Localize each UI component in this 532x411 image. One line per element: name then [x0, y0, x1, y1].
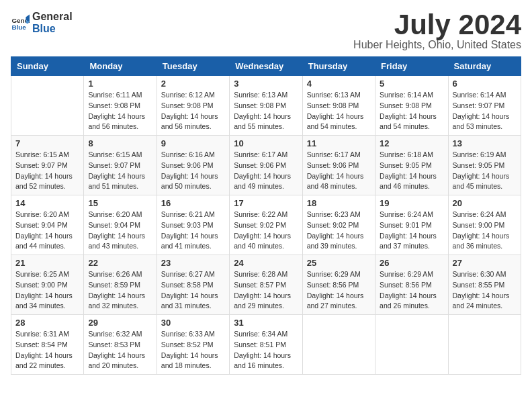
- calendar-cell: [448, 315, 521, 375]
- calendar-table: SundayMondayTuesdayWednesdayThursdayFrid…: [11, 56, 521, 375]
- day-info: Sunrise: 6:19 AMSunset: 9:05 PMDaylight:…: [453, 150, 517, 192]
- calendar-cell: 24Sunrise: 6:28 AMSunset: 8:57 PMDayligh…: [230, 255, 302, 315]
- header: General Blue General Blue July 2024 Hube…: [11, 11, 521, 51]
- day-info: Sunrise: 6:34 AMSunset: 8:51 PMDaylight:…: [234, 329, 298, 371]
- day-info: Sunrise: 6:30 AMSunset: 8:55 PMDaylight:…: [453, 269, 517, 312]
- day-number: 2: [161, 79, 225, 89]
- day-number: 18: [307, 198, 371, 208]
- day-info: Sunrise: 6:27 AMSunset: 8:58 PMDaylight:…: [161, 269, 225, 312]
- logo-icon: General Blue: [11, 13, 30, 32]
- day-number: 5: [380, 79, 443, 89]
- day-number: 10: [234, 138, 298, 148]
- calendar-cell: 29Sunrise: 6:32 AMSunset: 8:53 PMDayligh…: [84, 315, 157, 375]
- weekday-header-wednesday: Wednesday: [230, 57, 302, 76]
- day-info: Sunrise: 6:25 AMSunset: 9:00 PMDaylight:…: [15, 269, 79, 312]
- day-number: 12: [380, 138, 443, 148]
- calendar-cell: 2Sunrise: 6:12 AMSunset: 9:08 PMDaylight…: [157, 76, 229, 136]
- calendar-cell: 23Sunrise: 6:27 AMSunset: 8:58 PMDayligh…: [157, 255, 229, 315]
- day-info: Sunrise: 6:23 AMSunset: 9:02 PMDaylight:…: [307, 210, 371, 252]
- day-info: Sunrise: 6:17 AMSunset: 9:06 PMDaylight:…: [234, 150, 298, 192]
- day-info: Sunrise: 6:26 AMSunset: 8:59 PMDaylight:…: [88, 269, 152, 312]
- title-section: July 2024 Huber Heights, Ohio, United St…: [353, 11, 521, 51]
- day-info: Sunrise: 6:18 AMSunset: 9:05 PMDaylight:…: [380, 150, 443, 192]
- calendar-cell: 15Sunrise: 6:20 AMSunset: 9:04 PMDayligh…: [84, 195, 157, 255]
- weekday-header-thursday: Thursday: [302, 57, 375, 76]
- day-info: Sunrise: 6:15 AMSunset: 9:07 PMDaylight:…: [88, 150, 152, 192]
- weekday-header-monday: Monday: [84, 57, 157, 76]
- weekday-header-sunday: Sunday: [11, 57, 84, 76]
- day-number: 21: [15, 258, 79, 268]
- calendar-cell: 26Sunrise: 6:29 AMSunset: 8:56 PMDayligh…: [375, 255, 448, 315]
- day-info: Sunrise: 6:28 AMSunset: 8:57 PMDaylight:…: [234, 269, 298, 312]
- calendar-cell: 28Sunrise: 6:31 AMSunset: 8:54 PMDayligh…: [11, 315, 84, 375]
- day-info: Sunrise: 6:13 AMSunset: 9:08 PMDaylight:…: [307, 90, 371, 132]
- calendar-cell: 18Sunrise: 6:23 AMSunset: 9:02 PMDayligh…: [302, 195, 375, 255]
- weekday-header-tuesday: Tuesday: [157, 57, 229, 76]
- day-number: 7: [15, 138, 79, 148]
- location-subtitle: Huber Heights, Ohio, United States: [353, 39, 521, 51]
- logo-blue-text: Blue: [32, 23, 73, 35]
- calendar-cell: 11Sunrise: 6:17 AMSunset: 9:06 PMDayligh…: [302, 136, 375, 195]
- calendar-week-row: 14Sunrise: 6:20 AMSunset: 9:04 PMDayligh…: [11, 195, 521, 255]
- day-info: Sunrise: 6:17 AMSunset: 9:06 PMDaylight:…: [307, 150, 371, 192]
- day-info: Sunrise: 6:29 AMSunset: 8:56 PMDaylight:…: [307, 269, 371, 312]
- calendar-cell: 22Sunrise: 6:26 AMSunset: 8:59 PMDayligh…: [84, 255, 157, 315]
- calendar-cell: 25Sunrise: 6:29 AMSunset: 8:56 PMDayligh…: [302, 255, 375, 315]
- calendar-week-row: 7Sunrise: 6:15 AMSunset: 9:07 PMDaylight…: [11, 136, 521, 195]
- day-info: Sunrise: 6:31 AMSunset: 8:54 PMDaylight:…: [15, 329, 79, 371]
- calendar-cell: 21Sunrise: 6:25 AMSunset: 9:00 PMDayligh…: [11, 255, 84, 315]
- day-info: Sunrise: 6:15 AMSunset: 9:07 PMDaylight:…: [15, 150, 79, 192]
- calendar-week-row: 21Sunrise: 6:25 AMSunset: 9:00 PMDayligh…: [11, 255, 521, 315]
- calendar-cell: 3Sunrise: 6:13 AMSunset: 9:08 PMDaylight…: [230, 76, 302, 136]
- day-info: Sunrise: 6:29 AMSunset: 8:56 PMDaylight:…: [380, 269, 443, 312]
- calendar-week-row: 28Sunrise: 6:31 AMSunset: 8:54 PMDayligh…: [11, 315, 521, 375]
- day-number: 29: [88, 318, 152, 328]
- day-number: 9: [161, 138, 225, 148]
- day-number: 11: [307, 138, 371, 148]
- day-info: Sunrise: 6:14 AMSunset: 9:08 PMDaylight:…: [380, 90, 443, 132]
- day-number: 4: [307, 79, 371, 89]
- day-info: Sunrise: 6:20 AMSunset: 9:04 PMDaylight:…: [88, 210, 152, 252]
- day-number: 31: [234, 318, 298, 328]
- day-number: 24: [234, 258, 298, 268]
- calendar-cell: 30Sunrise: 6:33 AMSunset: 8:52 PMDayligh…: [157, 315, 229, 375]
- calendar-cell: 6Sunrise: 6:14 AMSunset: 9:07 PMDaylight…: [448, 76, 521, 136]
- day-info: Sunrise: 6:24 AMSunset: 9:00 PMDaylight:…: [453, 210, 517, 252]
- day-info: Sunrise: 6:21 AMSunset: 9:03 PMDaylight:…: [161, 210, 225, 252]
- day-number: 25: [307, 258, 371, 268]
- day-info: Sunrise: 6:12 AMSunset: 9:08 PMDaylight:…: [161, 90, 225, 132]
- calendar-cell: 1Sunrise: 6:11 AMSunset: 9:08 PMDaylight…: [84, 76, 157, 136]
- calendar-cell: 12Sunrise: 6:18 AMSunset: 9:05 PMDayligh…: [375, 136, 448, 195]
- weekday-header-saturday: Saturday: [448, 57, 521, 76]
- day-number: 23: [161, 258, 225, 268]
- day-number: 28: [15, 318, 79, 328]
- logo: General Blue General Blue: [11, 11, 73, 34]
- day-number: 30: [161, 318, 225, 328]
- day-number: 16: [161, 198, 225, 208]
- calendar-cell: [375, 315, 448, 375]
- day-number: 13: [453, 138, 517, 148]
- calendar-cell: 31Sunrise: 6:34 AMSunset: 8:51 PMDayligh…: [230, 315, 302, 375]
- day-number: 26: [380, 258, 443, 268]
- calendar-cell: 7Sunrise: 6:15 AMSunset: 9:07 PMDaylight…: [11, 136, 84, 195]
- day-number: 27: [453, 258, 517, 268]
- month-year-title: July 2024: [353, 11, 521, 39]
- day-number: 22: [88, 258, 152, 268]
- svg-text:Blue: Blue: [11, 23, 26, 30]
- calendar-cell: [11, 76, 84, 136]
- calendar-cell: 17Sunrise: 6:22 AMSunset: 9:02 PMDayligh…: [230, 195, 302, 255]
- day-info: Sunrise: 6:32 AMSunset: 8:53 PMDaylight:…: [88, 329, 152, 371]
- calendar-cell: 20Sunrise: 6:24 AMSunset: 9:00 PMDayligh…: [448, 195, 521, 255]
- weekday-header-row: SundayMondayTuesdayWednesdayThursdayFrid…: [11, 57, 521, 76]
- day-number: 1: [88, 79, 152, 89]
- day-number: 20: [453, 198, 517, 208]
- day-number: 17: [234, 198, 298, 208]
- calendar-cell: 27Sunrise: 6:30 AMSunset: 8:55 PMDayligh…: [448, 255, 521, 315]
- day-number: 3: [234, 79, 298, 89]
- calendar-cell: 5Sunrise: 6:14 AMSunset: 9:08 PMDaylight…: [375, 76, 448, 136]
- day-info: Sunrise: 6:14 AMSunset: 9:07 PMDaylight:…: [453, 90, 517, 132]
- calendar-cell: 9Sunrise: 6:16 AMSunset: 9:06 PMDaylight…: [157, 136, 229, 195]
- calendar-cell: 16Sunrise: 6:21 AMSunset: 9:03 PMDayligh…: [157, 195, 229, 255]
- calendar-cell: 10Sunrise: 6:17 AMSunset: 9:06 PMDayligh…: [230, 136, 302, 195]
- day-info: Sunrise: 6:13 AMSunset: 9:08 PMDaylight:…: [234, 90, 298, 132]
